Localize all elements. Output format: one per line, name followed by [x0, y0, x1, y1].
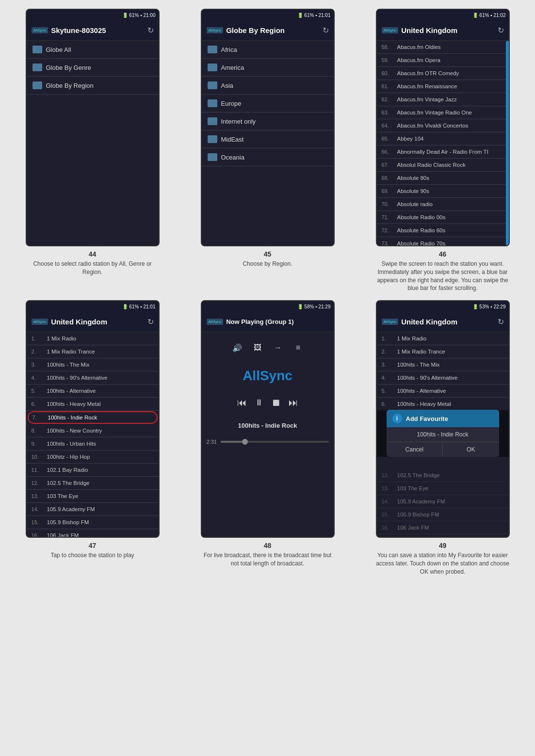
station-row[interactable]: 16.106 Jack FM [27, 529, 159, 537]
station-row[interactable]: 2.1 Mix Radio Trance [27, 345, 159, 358]
station-row[interactable]: 14.105.9 Academy FM [27, 503, 159, 516]
station-row[interactable]: 1.1 Mix Radio [377, 332, 509, 345]
caption-47: 47 Tap to choose the station to play [50, 542, 134, 560]
app-title-48: Now Playing (Group 1) [226, 318, 328, 325]
station-row[interactable]: 61.Abacus.fm Renaissance [377, 80, 509, 93]
prev-button[interactable]: ⏮ [237, 397, 247, 408]
station-row[interactable]: 64.Abacus.fm Vivaldi Concertos [377, 119, 509, 132]
stop-button[interactable]: ⏹ [271, 397, 281, 408]
folder-icon-africa [208, 46, 217, 53]
status-bar-47: 🔋 61% ▪ 21:01 [27, 301, 159, 312]
station-row[interactable]: 68.Absolute 80s [377, 172, 509, 185]
phone-screen-45: 🔋 61% ▪ 21:01 AllSync Globe By Region ↻ … [201, 9, 335, 246]
region-africa[interactable]: Africa [202, 41, 334, 59]
station-row[interactable]: 58.Abacus.fm Oldies [377, 41, 509, 54]
station-row[interactable]: 73.Absolute Radio 70s [377, 237, 509, 245]
add-favourite-dialog: i Add Favourite 100hits - Indie Rock Can… [377, 410, 509, 457]
allsync-brand-logo: AllSync [243, 368, 292, 384]
station-row[interactable]: 3.100hits - The Mix [377, 358, 509, 371]
progress-bar[interactable] [221, 441, 329, 443]
player-icons-row: 🔊 🖼 → ≡ [230, 341, 305, 354]
allsync-logo-48: AllSync [207, 319, 224, 325]
refresh-icon-47[interactable]: ↻ [147, 317, 154, 326]
image-icon[interactable]: 🖼 [251, 341, 264, 354]
station-row[interactable]: 70.Absolute radio [377, 198, 509, 211]
folder-icon-1 [32, 46, 42, 53]
list-icon[interactable]: ≡ [292, 341, 305, 354]
region-asia[interactable]: Asia [202, 77, 334, 95]
refresh-icon-44[interactable]: ↻ [147, 26, 154, 35]
station-row[interactable]: 60.Abacus.fm OTR Comedy [377, 67, 509, 80]
station-row[interactable]: 3.100hits - The Mix [27, 358, 159, 371]
station-row[interactable]: 62.Abacus.fm Vintage Jazz [377, 93, 509, 106]
phone-screen-46: 🔋 61% ▪ 21:02 AllSync United Kingdom ↻ 5… [376, 9, 510, 246]
now-playing-content: 🔊 🖼 → ≡ AllSync ⏮ ⏸ ⏹ ⏭ [202, 332, 334, 537]
region-mideast[interactable]: MidEast [202, 130, 334, 148]
station-row[interactable]: 8.100hits - New Country [27, 424, 159, 437]
folder-icon-mideast [208, 135, 217, 143]
station-row[interactable]: 1.1 Mix Radio [27, 332, 159, 345]
station-row-below-dialog: 16.106 Jack FM [377, 521, 509, 534]
station-row[interactable]: 12.102.5 The Bridge [27, 477, 159, 490]
station-row[interactable]: 9.100hits - Urban Hits [27, 437, 159, 450]
pause-button[interactable]: ⏸ [255, 398, 263, 408]
refresh-icon-46[interactable]: ↻ [498, 26, 504, 35]
phone-screen-49: 🔋 53% ▪ 22:29 AllSync United Kingdom ↻ 1… [376, 300, 510, 538]
station-row[interactable]: 66.Abnormally Dead Air - Radio From TI [377, 145, 509, 159]
next-button[interactable]: ⏭ [289, 397, 298, 408]
speaker-icon[interactable]: 🔊 [230, 341, 244, 354]
cell-48: 🔋 58% ▪ 21:29 AllSync Now Playing (Group… [180, 296, 355, 579]
app-title-44: Skytune-803025 [51, 26, 147, 34]
menu-item-globe-region[interactable]: Globe By Region [27, 77, 159, 95]
station-row[interactable]: 2.1 Mix Radio Trance [377, 345, 509, 358]
station-row[interactable]: 65.Abbey 104 [377, 132, 509, 145]
station-row[interactable]: 67.Absolut Radio Classic Rock [377, 159, 509, 172]
region-internet[interactable]: Internet only [202, 113, 334, 130]
station-row[interactable]: 4.100hits - 90's Alternative [27, 371, 159, 385]
scroll-bar-46[interactable] [506, 41, 509, 245]
station-row-below-dialog: 14.105.9 Academy FM [377, 495, 509, 508]
station-row[interactable]: 63.Abacus.fm Vintage Radio One [377, 106, 509, 119]
status-bar-49: 🔋 53% ▪ 22:29 [377, 301, 509, 312]
menu-item-globe-all[interactable]: Globe All [27, 41, 159, 59]
phone-screen-48: 🔋 58% ▪ 21:29 AllSync Now Playing (Group… [201, 300, 335, 538]
menu-44: Globe All Globe By Genre Globe By Region [27, 41, 159, 245]
station-row[interactable]: 13.103 The Eye [27, 490, 159, 503]
station-row[interactable]: 5.100hits - Alternative [377, 385, 509, 398]
dialog-header: i Add Favourite [387, 410, 499, 427]
region-america[interactable]: America [202, 59, 334, 77]
region-europe[interactable]: Europe [202, 95, 334, 113]
folder-icon-europe [208, 99, 217, 107]
folder-icon-internet [208, 117, 217, 125]
station-row-below-dialog: 17.106.8 Garrison FM [377, 534, 509, 537]
station-row[interactable]: 10.100hitz - Hip Hop [27, 450, 159, 464]
caption-48: 48 For live broadcast, there is the broa… [200, 542, 336, 568]
progress-fill [221, 441, 243, 443]
allsync-logo-46: AllSync [382, 27, 399, 33]
station-row[interactable]: 72.Absolute Radio 60s [377, 224, 509, 237]
arrow-icon[interactable]: → [271, 341, 285, 354]
station-row[interactable]: 5.100hits - Alternative [27, 385, 159, 398]
phone-screen-47: 🔋 61% ▪ 21:01 AllSync United Kingdom ↻ 1… [26, 300, 160, 538]
station-row[interactable]: 69.Absolute 90s [377, 185, 509, 198]
phone-screen-44: 🔋 61% ▪ 21:00 AllSync Skytune-803025 ↻ G… [26, 9, 160, 246]
cell-47: 🔋 61% ▪ 21:01 AllSync United Kingdom ↻ 1… [5, 296, 180, 579]
dialog-cancel-button[interactable]: Cancel [387, 442, 443, 457]
station-row[interactable]: 7.100hits - Indie Rock [28, 411, 158, 424]
station-row[interactable]: 6.100hits - Heavy Metal [27, 398, 159, 411]
menu-item-globe-genre[interactable]: Globe By Genre [27, 59, 159, 77]
progress-thumb[interactable] [242, 439, 248, 445]
region-oceania[interactable]: Oceania [202, 148, 334, 166]
station-row[interactable]: 59.Abacus.fm Opera [377, 54, 509, 67]
station-row[interactable]: 71.Absolute Radio 00s [377, 211, 509, 224]
app-header-47: AllSync United Kingdom ↻ [27, 312, 159, 332]
station-row[interactable]: 6.100hits - Heavy Metal [377, 398, 509, 411]
station-row[interactable]: 15.105.9 Bishop FM [27, 516, 159, 529]
station-row[interactable]: 11.102.1 Bay Radio [27, 464, 159, 477]
status-bar-44: 🔋 61% ▪ 21:00 [27, 10, 159, 20]
refresh-icon-49[interactable]: ↻ [498, 317, 504, 326]
uk-stations-list-47: 1.1 Mix Radio2.1 Mix Radio Trance3.100hi… [27, 332, 159, 537]
station-row[interactable]: 4.100hits - 90's Alternative [377, 371, 509, 385]
dialog-ok-button[interactable]: OK [443, 442, 499, 457]
refresh-icon-45[interactable]: ↻ [323, 26, 329, 35]
